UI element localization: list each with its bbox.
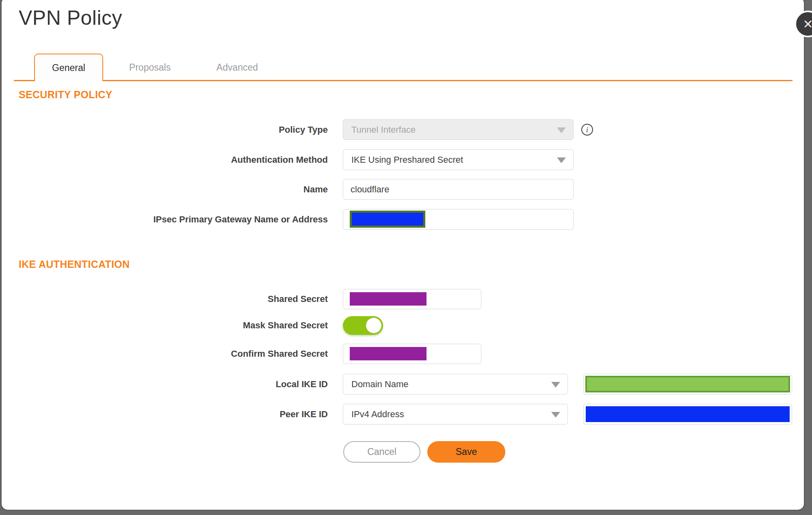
vpn-policy-modal: VPN Policy General Proposals Advanced SE… [0, 0, 805, 511]
authentication-method-label: Authentication Method [14, 149, 328, 170]
cancel-button[interactable]: Cancel [343, 441, 420, 463]
shared-secret-label: Shared Secret [14, 289, 328, 309]
screen: VPN Policy General Proposals Advanced SE… [0, 0, 812, 515]
tab-proposals[interactable]: Proposals [123, 54, 176, 81]
tab-advanced[interactable]: Advanced [211, 54, 264, 81]
save-button-label: Save [456, 446, 477, 457]
peer-ike-id-label: Peer IKE ID [14, 404, 328, 424]
redacted-value-block [350, 211, 425, 228]
policy-type-value: Tunnel Interface [351, 125, 416, 135]
save-button[interactable]: Save [427, 441, 505, 463]
confirm-shared-secret-label: Confirm Shared Secret [14, 344, 328, 364]
confirm-shared-secret-input[interactable] [343, 344, 481, 364]
name-label: Name [14, 179, 328, 200]
policy-type-label: Policy Type [14, 119, 328, 140]
mask-shared-secret-label: Mask Shared Secret [14, 316, 328, 335]
security-policy-heading: SECURITY POLICY [19, 89, 112, 101]
local-ike-id-label: Local IKE ID [14, 374, 328, 394]
cancel-button-label: Cancel [367, 446, 396, 457]
peer-ike-id-type-value: IPv4 Address [351, 409, 404, 420]
redacted-value-block [585, 376, 790, 392]
authentication-method-select[interactable]: IKE Using Preshared Secret [343, 149, 574, 170]
caret-down-icon [551, 382, 560, 388]
ike-authentication-heading: IKE AUTHENTICATION [19, 259, 130, 270]
local-ike-id-select[interactable]: Domain Name [343, 374, 568, 394]
local-ike-id-type-value: Domain Name [351, 379, 409, 390]
tab-general[interactable]: General [34, 54, 103, 81]
caret-down-icon [557, 157, 566, 163]
peer-ike-id-select[interactable]: IPv4 Address [343, 404, 568, 424]
ipsec-gateway-label: IPsec Primary Gateway Name or Address [14, 209, 328, 230]
authentication-method-value: IKE Using Preshared Secret [351, 155, 463, 165]
tab-proposals-label: Proposals [129, 62, 171, 73]
name-input[interactable] [343, 179, 574, 200]
caret-down-icon [557, 127, 566, 133]
mask-shared-secret-toggle[interactable] [343, 316, 383, 335]
local-ike-id-value-input[interactable] [583, 374, 792, 394]
toggle-knob [366, 318, 381, 333]
tab-general-label: General [52, 62, 85, 73]
shared-secret-input[interactable] [343, 289, 481, 309]
info-icon[interactable]: i [581, 124, 593, 136]
info-icon-glyph: i [586, 125, 588, 134]
page-title: VPN Policy [19, 6, 122, 30]
peer-ike-id-value-input[interactable] [583, 404, 792, 424]
policy-type-select: Tunnel Interface [343, 119, 574, 140]
redacted-value-block [350, 347, 427, 360]
redacted-value-block [586, 406, 790, 422]
caret-down-icon [551, 412, 560, 418]
tab-advanced-label: Advanced [217, 62, 258, 73]
redacted-value-block [350, 292, 427, 306]
ipsec-gateway-input[interactable] [343, 209, 574, 230]
close-icon: ✕ [803, 17, 812, 31]
